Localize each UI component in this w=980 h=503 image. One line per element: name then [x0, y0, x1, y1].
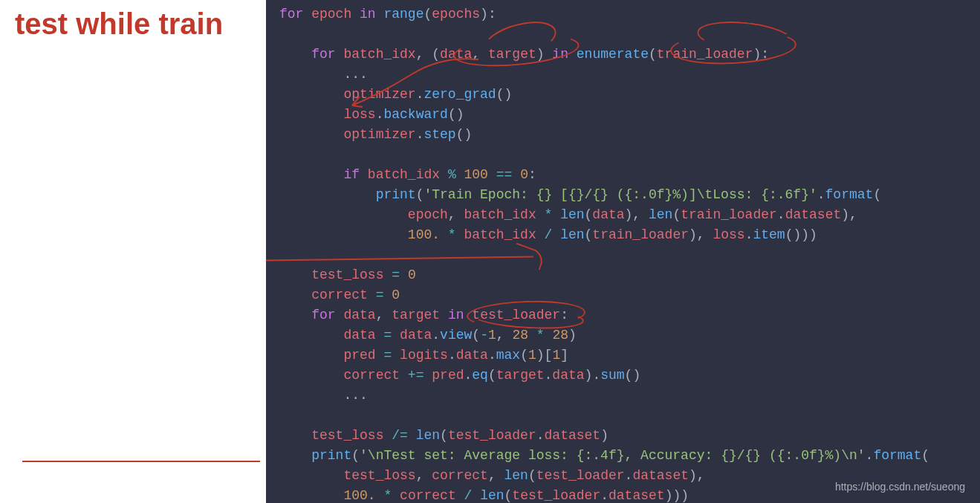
- watermark-text: https://blog.csdn.net/sueong: [835, 481, 965, 493]
- red-underline: [22, 461, 260, 462]
- code-editor: for epoch in range(epochs): for batch_id…: [266, 0, 980, 503]
- slide-title: test while train: [15, 7, 251, 40]
- code-block: for epoch in range(epochs): for batch_id…: [279, 4, 967, 503]
- slide-sidebar: test while train: [0, 0, 266, 503]
